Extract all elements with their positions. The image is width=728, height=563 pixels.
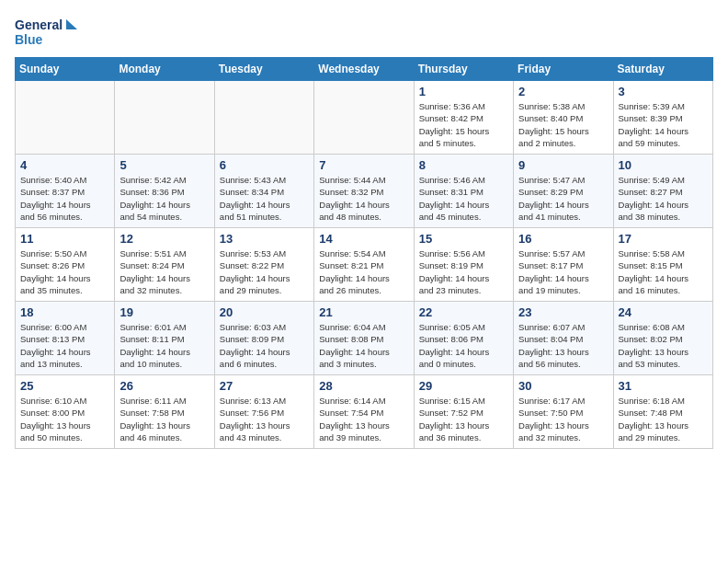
day-number: 26 xyxy=(119,379,209,393)
day-info: Sunrise: 6:08 AM Sunset: 8:02 PM Dayligh… xyxy=(619,321,708,370)
calendar-week-row: 1Sunrise: 5:36 AM Sunset: 8:42 PM Daylig… xyxy=(16,81,713,155)
day-number: 2 xyxy=(518,85,608,98)
page-header: GeneralBlue xyxy=(15,15,713,50)
day-info: Sunrise: 5:44 AM Sunset: 8:32 PM Dayligh… xyxy=(319,174,408,223)
calendar-week-row: 18Sunrise: 6:00 AM Sunset: 8:13 PM Dayli… xyxy=(16,302,713,375)
day-number: 13 xyxy=(220,232,309,246)
day-info: Sunrise: 5:47 AM Sunset: 8:29 PM Dayligh… xyxy=(518,174,608,223)
calendar-cell: 19Sunrise: 6:01 AM Sunset: 8:11 PM Dayli… xyxy=(115,302,214,375)
calendar-cell: 1Sunrise: 5:36 AM Sunset: 8:42 PM Daylig… xyxy=(414,81,513,155)
day-number: 23 xyxy=(518,305,608,319)
calendar-cell: 23Sunrise: 6:07 AM Sunset: 8:04 PM Dayli… xyxy=(514,302,613,375)
day-number: 31 xyxy=(619,379,708,393)
calendar-cell: 31Sunrise: 6:18 AM Sunset: 7:48 PM Dayli… xyxy=(613,375,712,449)
day-number: 20 xyxy=(220,305,309,319)
calendar-cell: 24Sunrise: 6:08 AM Sunset: 8:02 PM Dayli… xyxy=(613,302,712,375)
weekday-header: Monday xyxy=(115,58,214,81)
day-info: Sunrise: 6:11 AM Sunset: 7:58 PM Dayligh… xyxy=(119,395,209,443)
calendar-cell: 26Sunrise: 6:11 AM Sunset: 7:58 PM Dayli… xyxy=(115,375,214,449)
day-info: Sunrise: 5:56 AM Sunset: 8:19 PM Dayligh… xyxy=(419,247,508,296)
svg-text:Blue: Blue xyxy=(15,32,43,47)
day-info: Sunrise: 6:17 AM Sunset: 7:50 PM Dayligh… xyxy=(518,395,608,443)
calendar-cell: 10Sunrise: 5:49 AM Sunset: 8:27 PM Dayli… xyxy=(613,155,712,228)
svg-marker-2 xyxy=(66,19,77,29)
day-info: Sunrise: 5:39 AM Sunset: 8:39 PM Dayligh… xyxy=(619,100,708,149)
calendar-cell xyxy=(314,81,414,155)
svg-text:General: General xyxy=(15,17,63,32)
day-number: 17 xyxy=(619,232,708,246)
day-info: Sunrise: 5:50 AM Sunset: 8:26 PM Dayligh… xyxy=(20,247,109,296)
day-number: 7 xyxy=(319,158,408,172)
day-info: Sunrise: 6:01 AM Sunset: 8:11 PM Dayligh… xyxy=(119,321,209,370)
calendar-cell: 18Sunrise: 6:00 AM Sunset: 8:13 PM Dayli… xyxy=(16,302,115,375)
day-info: Sunrise: 5:53 AM Sunset: 8:22 PM Dayligh… xyxy=(220,247,309,296)
weekday-header-row: SundayMondayTuesdayWednesdayThursdayFrid… xyxy=(16,58,713,81)
day-info: Sunrise: 6:07 AM Sunset: 8:04 PM Dayligh… xyxy=(518,321,608,370)
calendar-cell: 14Sunrise: 5:54 AM Sunset: 8:21 PM Dayli… xyxy=(314,228,414,302)
day-info: Sunrise: 6:04 AM Sunset: 8:08 PM Dayligh… xyxy=(319,321,408,370)
weekday-header: Tuesday xyxy=(214,58,313,81)
calendar-cell: 20Sunrise: 6:03 AM Sunset: 8:09 PM Dayli… xyxy=(214,302,313,375)
day-number: 28 xyxy=(319,379,408,393)
day-info: Sunrise: 6:14 AM Sunset: 7:54 PM Dayligh… xyxy=(319,395,408,443)
calendar-week-row: 25Sunrise: 6:10 AM Sunset: 8:00 PM Dayli… xyxy=(16,375,713,449)
calendar-cell: 2Sunrise: 5:38 AM Sunset: 8:40 PM Daylig… xyxy=(514,81,613,155)
calendar-cell: 13Sunrise: 5:53 AM Sunset: 8:22 PM Dayli… xyxy=(214,228,313,302)
calendar-cell xyxy=(16,81,115,155)
day-number: 30 xyxy=(518,379,608,393)
day-info: Sunrise: 6:10 AM Sunset: 8:00 PM Dayligh… xyxy=(20,395,109,443)
logo-icon: GeneralBlue xyxy=(15,15,81,50)
calendar-cell: 17Sunrise: 5:58 AM Sunset: 8:15 PM Dayli… xyxy=(613,228,712,302)
day-info: Sunrise: 6:03 AM Sunset: 8:09 PM Dayligh… xyxy=(220,321,309,370)
calendar-cell: 28Sunrise: 6:14 AM Sunset: 7:54 PM Dayli… xyxy=(314,375,414,449)
calendar-cell: 25Sunrise: 6:10 AM Sunset: 8:00 PM Dayli… xyxy=(16,375,115,449)
day-number: 1 xyxy=(419,85,508,98)
calendar-cell: 21Sunrise: 6:04 AM Sunset: 8:08 PM Dayli… xyxy=(314,302,414,375)
day-number: 4 xyxy=(20,158,109,172)
day-number: 18 xyxy=(20,305,109,319)
calendar-cell xyxy=(115,81,214,155)
weekday-header: Wednesday xyxy=(314,58,414,81)
calendar-cell: 27Sunrise: 6:13 AM Sunset: 7:56 PM Dayli… xyxy=(214,375,313,449)
weekday-header: Sunday xyxy=(16,58,115,81)
calendar-cell: 16Sunrise: 5:57 AM Sunset: 8:17 PM Dayli… xyxy=(514,228,613,302)
day-info: Sunrise: 5:38 AM Sunset: 8:40 PM Dayligh… xyxy=(518,100,608,149)
calendar-cell: 11Sunrise: 5:50 AM Sunset: 8:26 PM Dayli… xyxy=(16,228,115,302)
day-info: Sunrise: 5:51 AM Sunset: 8:24 PM Dayligh… xyxy=(119,247,209,296)
calendar-cell: 29Sunrise: 6:15 AM Sunset: 7:52 PM Dayli… xyxy=(414,375,513,449)
calendar-cell: 30Sunrise: 6:17 AM Sunset: 7:50 PM Dayli… xyxy=(514,375,613,449)
day-number: 10 xyxy=(619,158,708,172)
day-number: 6 xyxy=(220,158,309,172)
day-number: 27 xyxy=(220,379,309,393)
day-info: Sunrise: 6:00 AM Sunset: 8:13 PM Dayligh… xyxy=(20,321,109,370)
calendar-cell xyxy=(214,81,313,155)
calendar-cell: 3Sunrise: 5:39 AM Sunset: 8:39 PM Daylig… xyxy=(613,81,712,155)
day-info: Sunrise: 6:18 AM Sunset: 7:48 PM Dayligh… xyxy=(619,395,708,443)
day-number: 15 xyxy=(419,232,508,246)
day-number: 11 xyxy=(20,232,109,246)
logo: GeneralBlue xyxy=(15,15,81,50)
day-info: Sunrise: 6:15 AM Sunset: 7:52 PM Dayligh… xyxy=(419,395,508,443)
day-number: 24 xyxy=(619,305,708,319)
day-info: Sunrise: 5:36 AM Sunset: 8:42 PM Dayligh… xyxy=(419,100,508,149)
day-number: 9 xyxy=(518,158,608,172)
calendar-week-row: 4Sunrise: 5:40 AM Sunset: 8:37 PM Daylig… xyxy=(16,155,713,228)
calendar-week-row: 11Sunrise: 5:50 AM Sunset: 8:26 PM Dayli… xyxy=(16,228,713,302)
calendar-cell: 15Sunrise: 5:56 AM Sunset: 8:19 PM Dayli… xyxy=(414,228,513,302)
day-number: 16 xyxy=(518,232,608,246)
calendar-cell: 8Sunrise: 5:46 AM Sunset: 8:31 PM Daylig… xyxy=(414,155,513,228)
day-info: Sunrise: 5:46 AM Sunset: 8:31 PM Dayligh… xyxy=(419,174,508,223)
day-number: 19 xyxy=(119,305,209,319)
day-info: Sunrise: 5:58 AM Sunset: 8:15 PM Dayligh… xyxy=(619,247,708,296)
day-number: 8 xyxy=(419,158,508,172)
weekday-header: Friday xyxy=(514,58,613,81)
day-info: Sunrise: 5:49 AM Sunset: 8:27 PM Dayligh… xyxy=(619,174,708,223)
calendar-cell: 12Sunrise: 5:51 AM Sunset: 8:24 PM Dayli… xyxy=(115,228,214,302)
day-number: 5 xyxy=(119,158,209,172)
weekday-header: Saturday xyxy=(613,58,712,81)
day-number: 25 xyxy=(20,379,109,393)
day-info: Sunrise: 5:40 AM Sunset: 8:37 PM Dayligh… xyxy=(20,174,109,223)
day-number: 29 xyxy=(419,379,508,393)
day-number: 14 xyxy=(319,232,408,246)
day-number: 3 xyxy=(619,85,708,98)
